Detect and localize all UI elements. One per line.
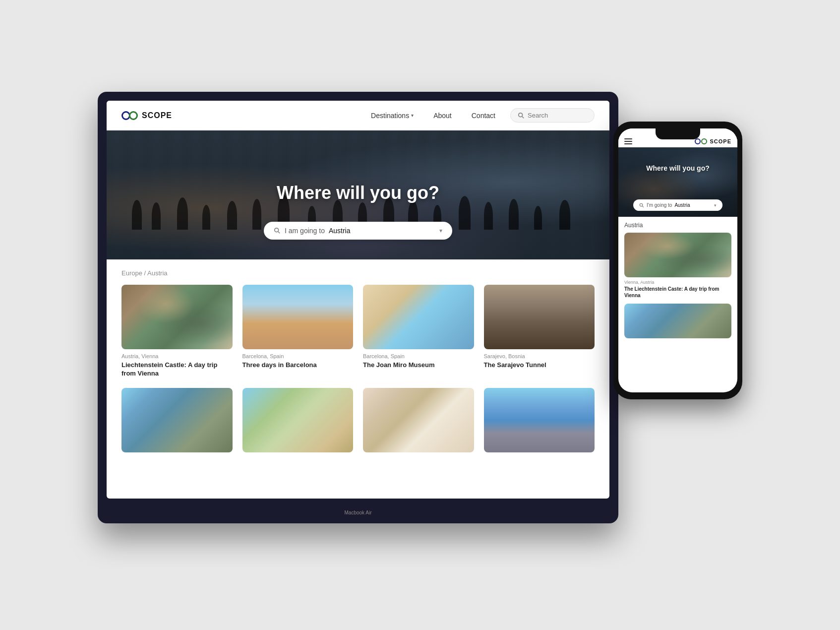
svg-line-5 (642, 206, 644, 207)
search-icon (518, 112, 525, 119)
card-title-0: Liechtenstein Castle: A day trip from Vi… (121, 361, 233, 378)
phone-search-chevron-icon: ▾ (714, 203, 717, 208)
card-2[interactable]: Barcelona, Spain The Joan Miro Museum (363, 285, 474, 378)
hero-search-icon (274, 227, 281, 234)
scene: SCOPE Destinations ▾ About Contact (98, 92, 742, 538)
phone-hero-search-bar[interactable]: I'm going to Austria ▾ (633, 199, 722, 211)
nav-contact[interactable]: Contact (472, 112, 495, 120)
logo[interactable]: SCOPE (121, 111, 172, 120)
hero-search-chevron-icon: ▾ (439, 227, 442, 234)
card-image-6 (363, 388, 474, 452)
phone-logo-circle-blue (695, 138, 701, 144)
hero-search-bar[interactable]: I am going to Austria ▾ (264, 222, 452, 240)
phone-hero-section: Where will you go? I'm going to Austria … (618, 147, 737, 217)
phone-logo-circle-green (701, 138, 707, 144)
phone-search-icon (639, 203, 644, 208)
card-6[interactable] (363, 388, 474, 456)
card-3[interactable]: Sarajevo, Bosnia The Sarajevo Tunnel (484, 285, 595, 378)
card-grid-row1: Austria, Vienna Liechtenstein Castle: A … (121, 285, 595, 378)
card-0[interactable]: Austria, Vienna Liechtenstein Castle: A … (121, 285, 233, 378)
phone-screen: SCOPE Where will you go? I'm going to Au… (618, 128, 737, 392)
chevron-down-icon: ▾ (411, 113, 414, 118)
phone-search-value: Austria (674, 202, 690, 208)
hero-search-label: I am going to (285, 227, 325, 235)
card-image-7 (484, 388, 595, 452)
hamburger-menu-icon[interactable] (624, 138, 632, 144)
card-image-1 (242, 285, 354, 349)
card-location-2: Barcelona, Spain (363, 353, 474, 359)
card-5[interactable] (242, 388, 354, 456)
svg-point-0 (519, 113, 523, 117)
logo-icon (121, 111, 138, 120)
phone-notch (656, 128, 700, 139)
hero-search-value: Austria (329, 227, 435, 235)
nav-destinations[interactable]: Destinations ▾ (371, 112, 414, 120)
logo-circle-green (129, 111, 138, 120)
phone-device: SCOPE Where will you go? I'm going to Au… (613, 122, 742, 399)
card-location-3: Sarajevo, Bosnia (484, 353, 595, 359)
laptop-label: Macbook Air (344, 510, 371, 515)
nav-links: Destinations ▾ About Contact (371, 112, 495, 120)
logo-text: SCOPE (142, 111, 172, 120)
phone-logo-text: SCOPE (710, 138, 731, 144)
phone-section-title: Austria (624, 222, 731, 229)
svg-line-3 (278, 232, 280, 234)
phone-hero-title: Where will you go? (646, 164, 710, 172)
phone-card-0[interactable]: Vienna, Austria The Liechtenstein Caste:… (624, 233, 731, 299)
card-title-3: The Sarajevo Tunnel (484, 361, 595, 370)
svg-point-4 (640, 203, 643, 206)
main-content: Europe / Austria Austria, Vienna Liechte… (107, 259, 609, 466)
phone-card-location-0: Vienna, Austria (624, 280, 731, 285)
phone-card-image-0 (624, 233, 731, 277)
hero-title: Where will you go? (277, 183, 439, 203)
phone-card-title-0: The Liechtenstein Caste: A day trip from… (624, 286, 731, 299)
card-image-5 (242, 388, 354, 452)
phone-card-image-1 (624, 304, 731, 338)
card-grid-row2 (121, 388, 595, 456)
nav-about[interactable]: About (433, 112, 452, 120)
card-location-0: Austria, Vienna (121, 353, 233, 359)
phone-search-label: I'm going to (647, 202, 672, 208)
card-image-0 (121, 285, 233, 349)
phone-card-1[interactable] (624, 304, 731, 338)
card-1[interactable]: Barcelona, Spain Three days in Barcelona (242, 285, 354, 378)
hero-section: Where will you go? I am going to Austria… (107, 130, 609, 259)
card-image-4 (121, 388, 233, 452)
svg-point-2 (275, 228, 279, 232)
breadcrumb: Europe / Austria (121, 269, 595, 277)
card-title-2: The Joan Miro Museum (363, 361, 474, 370)
search-box[interactable] (510, 108, 595, 123)
card-image-3 (484, 285, 595, 349)
phone-content: Austria Vienna, Austria The Liechtenstei… (618, 217, 737, 348)
card-7[interactable] (484, 388, 595, 456)
search-input[interactable] (528, 112, 587, 119)
laptop-device: SCOPE Destinations ▾ About Contact (98, 92, 618, 523)
svg-line-1 (522, 116, 524, 118)
card-4[interactable] (121, 388, 233, 456)
navbar: SCOPE Destinations ▾ About Contact (107, 101, 609, 130)
card-location-1: Barcelona, Spain (242, 353, 354, 359)
card-title-1: Three days in Barcelona (242, 361, 354, 370)
phone-logo[interactable]: SCOPE (695, 138, 731, 144)
card-image-2 (363, 285, 474, 349)
laptop-screen: SCOPE Destinations ▾ About Contact (107, 101, 609, 499)
